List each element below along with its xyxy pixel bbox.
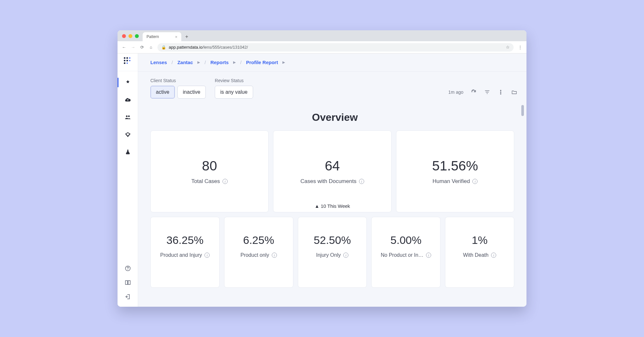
chevron-right-icon: ▶ <box>197 60 200 64</box>
bookmark-star-icon[interactable]: ☆ <box>506 45 510 50</box>
browser-tab[interactable]: Pattern × <box>143 32 181 41</box>
home-button[interactable]: ⌂ <box>148 45 154 50</box>
svg-point-12 <box>500 93 501 94</box>
info-icon[interactable]: i <box>426 253 431 258</box>
card-injury-only: 52.50% Injury Onlyi <box>298 217 367 288</box>
info-icon[interactable]: i <box>491 253 496 258</box>
minimize-window-button[interactable] <box>128 34 132 38</box>
client-status-segmented: active inactive <box>150 86 206 99</box>
filter-row: Client Status active inactive Review Sta… <box>150 78 519 99</box>
info-icon[interactable]: i <box>359 179 364 184</box>
card-value: 52.50% <box>314 234 351 246</box>
svg-point-10 <box>500 90 501 91</box>
window-controls <box>122 34 139 38</box>
nav-upload[interactable] <box>118 94 138 105</box>
nav-docs[interactable] <box>118 278 138 287</box>
svg-point-4 <box>126 60 128 62</box>
new-tab-button[interactable]: + <box>183 33 191 41</box>
tab-strip: Pattern × + <box>118 30 526 41</box>
svg-point-0 <box>124 57 125 59</box>
browser-menu-button[interactable]: ⋮ <box>517 45 523 50</box>
svg-point-11 <box>500 92 501 92</box>
address-bar: ← → ⟳ ⌂ 🔒 app.patterndata.io/lens/555/ca… <box>118 41 526 53</box>
forward-button[interactable]: → <box>130 45 136 50</box>
chevron-right-icon: ▶ <box>233 60 236 64</box>
info-icon[interactable]: i <box>472 179 478 184</box>
card-label: No Product or In…i <box>381 252 431 258</box>
card-value: 5.00% <box>391 234 421 246</box>
rail-bottom <box>118 260 138 307</box>
last-updated: 1m ago <box>448 90 463 95</box>
crumb-reports[interactable]: Reports <box>210 60 229 65</box>
url-host: app.patterndata.io <box>169 45 203 50</box>
card-label: Product onlyi <box>241 252 277 258</box>
crumb-sep: / <box>204 60 206 65</box>
chevron-right-icon: ▶ <box>282 60 285 64</box>
crumb-zantac[interactable]: Zantac <box>177 60 193 65</box>
filter-client-status: Client Status active inactive <box>150 78 206 99</box>
card-label: Total Cases i <box>191 178 228 185</box>
svg-point-1 <box>126 57 128 59</box>
svg-point-2 <box>129 57 130 59</box>
app: Lenses / Zantac ▶ / Reports ▶ / Profile … <box>118 53 526 307</box>
nav-lenses[interactable] <box>118 77 138 88</box>
card-label: Injury Onlyi <box>316 252 348 258</box>
info-icon[interactable]: i <box>272 253 277 258</box>
info-icon[interactable]: i <box>223 179 228 184</box>
content: Client Status active inactive Review Sta… <box>138 72 526 307</box>
rail-divider <box>118 71 138 71</box>
scrollbar-thumb[interactable] <box>521 105 524 116</box>
svg-point-5 <box>129 60 130 61</box>
nav-help[interactable] <box>118 264 138 273</box>
page-title: Overview <box>150 111 519 123</box>
card-human-verified: 51.56% Human Verified i <box>396 130 514 212</box>
crumb-lenses[interactable]: Lenses <box>150 60 167 65</box>
client-status-active[interactable]: active <box>150 86 175 99</box>
svg-point-9 <box>128 269 128 270</box>
app-logo[interactable] <box>123 57 132 66</box>
browser-window: Pattern × + ← → ⟳ ⌂ 🔒 app.patterndata.io… <box>118 30 526 307</box>
card-product-and-injury: 36.25% Product and Injuryi <box>150 217 220 288</box>
card-label: Human Verified i <box>432 178 478 185</box>
card-product-only: 6.25% Product onlyi <box>224 217 293 288</box>
nav-logout[interactable] <box>118 293 138 301</box>
card-label: With Deathi <box>463 252 496 258</box>
svg-point-3 <box>124 60 125 62</box>
back-button[interactable]: ← <box>121 45 127 50</box>
card-cases-with-documents: 64 Cases with Documents i ▲ 10 This Week <box>273 130 391 212</box>
overview-cards: 80 Total Cases i 64 Cases with Documents… <box>150 130 519 212</box>
card-value: 1% <box>472 234 488 246</box>
client-status-inactive[interactable]: inactive <box>177 86 206 99</box>
tab-title: Pattern <box>147 34 159 39</box>
card-total-cases: 80 Total Cases i <box>150 130 269 212</box>
svg-point-6 <box>124 63 125 64</box>
review-status-select[interactable]: is any value <box>215 86 253 99</box>
maximize-window-button[interactable] <box>135 34 139 38</box>
nav-people[interactable] <box>118 112 138 123</box>
filter-label: Client Status <box>150 78 206 83</box>
svg-point-7 <box>127 63 128 64</box>
card-value: 36.25% <box>166 234 204 246</box>
info-icon[interactable]: i <box>343 253 348 258</box>
reload-button[interactable]: ⟳ <box>139 45 145 50</box>
main: Lenses / Zantac ▶ / Reports ▶ / Profile … <box>138 53 526 307</box>
refresh-button[interactable] <box>470 89 477 95</box>
lock-icon: 🔒 <box>161 45 166 50</box>
omnibox[interactable]: 🔒 app.patterndata.io/lens/555/cases/1310… <box>157 43 514 52</box>
crumb-sep: / <box>240 60 242 65</box>
crumb-sep: / <box>172 60 173 65</box>
filter-label: Review Status <box>215 78 253 83</box>
rail-items <box>118 74 138 158</box>
nav-lab[interactable] <box>118 147 138 158</box>
more-menu-button[interactable] <box>497 89 504 95</box>
filter-icon[interactable] <box>484 89 490 95</box>
close-tab-icon[interactable]: × <box>175 34 177 39</box>
close-window-button[interactable] <box>122 34 126 38</box>
folder-icon[interactable] <box>511 89 517 95</box>
card-value: 51.56% <box>432 158 478 174</box>
info-icon[interactable]: i <box>204 253 210 258</box>
card-label: Cases with Documents i <box>300 178 364 185</box>
crumb-profile-report[interactable]: Profile Report <box>246 60 278 65</box>
nav-diamond[interactable] <box>118 129 138 140</box>
toolbar-right: 1m ago <box>448 86 519 99</box>
